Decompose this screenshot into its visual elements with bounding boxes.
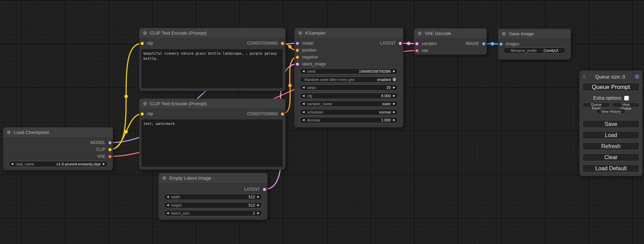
node-vae-decode[interactable]: VAE DecodesamplesvaeIMAGE <box>414 28 487 55</box>
widget-denoise[interactable]: ◀denoise1.000▶ <box>300 117 398 123</box>
output-label: LATENT <box>380 41 396 46</box>
output-label: MODEL <box>90 140 105 145</box>
widget-seed[interactable]: ◀seed156680208700286▶ <box>300 68 398 74</box>
save-button[interactable]: Save <box>582 120 639 128</box>
port-CONDITIONING-output[interactable] <box>281 112 284 116</box>
increment-arrow-icon[interactable]: ▶ <box>255 204 262 207</box>
port-positive-input[interactable] <box>296 49 299 52</box>
widget-width[interactable]: ◀width512▶ <box>164 194 262 200</box>
link-midpoint-dot <box>491 42 494 46</box>
decrement-arrow-icon[interactable]: ◀ <box>164 196 171 198</box>
input-label: model <box>302 41 314 46</box>
queue-prompt-button[interactable]: Queue Prompt <box>582 83 639 91</box>
node-clip-encode-positive[interactable]: CLIP Text Encode (Prompt)clipCONDITIONIN… <box>139 28 285 91</box>
port-clip-input[interactable] <box>141 112 144 116</box>
widget-filename-prefix[interactable]: filename_prefixComfyUI <box>503 47 566 54</box>
node-title: CLIP Text Encode (Prompt) <box>150 30 207 36</box>
widget-height[interactable]: ◀height512▶ <box>164 202 262 208</box>
decrement-arrow-icon[interactable]: ◀ <box>300 111 307 114</box>
widget-ckpt-name[interactable]: ◀ckpt_namev1-5-pruned-emaonly.ckpt▶ <box>8 161 108 167</box>
decrement-arrow-icon[interactable]: ◀ <box>9 163 16 165</box>
port-clip-input[interactable] <box>141 42 144 45</box>
widget-cfg[interactable]: ◀cfg8.000▶ <box>300 93 398 99</box>
view-history-button[interactable]: View History <box>596 109 625 114</box>
widget-steps[interactable]: ◀steps20▶ <box>300 84 398 91</box>
drag-handle-icon[interactable]: ⠿ <box>582 75 586 79</box>
widget-label: cfg <box>307 94 312 98</box>
increment-arrow-icon[interactable]: ▶ <box>391 102 398 105</box>
node-title: CLIP Text Encode (Prompt) <box>150 101 207 106</box>
port-latent_image-input[interactable] <box>296 63 299 66</box>
increment-arrow-icon[interactable]: ▶ <box>100 163 107 165</box>
load-button[interactable]: Load <box>582 131 639 139</box>
decrement-arrow-icon[interactable]: ◀ <box>300 119 307 121</box>
port-CONDITIONING-output[interactable] <box>281 42 284 45</box>
increment-arrow-icon[interactable]: ▶ <box>391 111 398 114</box>
increment-arrow-icon[interactable]: ▶ <box>391 86 398 89</box>
extra-options-checkbox[interactable] <box>624 96 629 100</box>
increment-arrow-icon[interactable]: ▶ <box>391 94 398 97</box>
widget-scheduler[interactable]: ◀schedulernormal▶ <box>300 109 398 115</box>
clear-button[interactable]: Clear <box>582 153 639 161</box>
prompt-textarea[interactable]: text, watermark <box>141 119 283 167</box>
queue-panel-header: ⠿ Queue size: 0 ⚙ <box>582 74 639 80</box>
widget-label: width <box>171 195 180 199</box>
input-label: images <box>506 42 519 46</box>
widget-Random seed after every gen[interactable]: Random seed after every genenabled <box>300 76 398 83</box>
decrement-arrow-icon[interactable]: ◀ <box>300 70 307 73</box>
output-label: CONDITIONING <box>247 111 278 116</box>
load-default-button[interactable]: Load Default <box>582 164 639 172</box>
node-collapse-dot-icon[interactable] <box>7 130 11 134</box>
refresh-button[interactable]: Refresh <box>582 142 639 150</box>
decrement-arrow-icon[interactable]: ◀ <box>300 86 307 89</box>
widget-label: Random seed after every gen <box>305 78 355 82</box>
node-collapse-dot-icon[interactable] <box>418 31 422 35</box>
port-samples-input[interactable] <box>415 42 418 45</box>
increment-arrow-icon[interactable]: ▶ <box>255 212 262 215</box>
node-save-image[interactable]: Save Imageimagesfilename_prefixComfyUI <box>498 29 571 60</box>
widget-value: 512 <box>248 195 255 199</box>
node-collapse-dot-icon[interactable] <box>502 32 506 36</box>
output-slot-IMAGE: IMAGE <box>466 40 485 47</box>
node-clip-encode-negative[interactable]: CLIP Text Encode (Prompt)clipCONDITIONIN… <box>139 99 285 170</box>
node-collapse-dot-icon[interactable] <box>298 31 302 35</box>
port-VAE-output[interactable] <box>108 155 112 158</box>
node-collapse-dot-icon[interactable] <box>143 31 147 35</box>
node-load-checkpoint[interactable]: Load CheckpointMODELCLIPVAE◀ckpt_namev1-… <box>3 127 113 170</box>
toggle-dot-icon[interactable] <box>392 78 396 81</box>
port-IMAGE-output[interactable] <box>482 42 485 45</box>
port-MODEL-output[interactable] <box>108 141 112 144</box>
node-empty-latent-image[interactable]: Empty Latent ImageLATENT◀width512▶◀heigh… <box>159 173 267 220</box>
prompt-textarea[interactable]: beautiful scenery nature glass bottle la… <box>141 49 283 88</box>
increment-arrow-icon[interactable]: ▶ <box>255 196 262 198</box>
view-queue-button[interactable]: View Queue <box>612 102 639 107</box>
output-label: IMAGE <box>466 41 479 46</box>
increment-arrow-icon[interactable]: ▶ <box>391 70 398 73</box>
port-images-input[interactable] <box>500 43 503 46</box>
decrement-arrow-icon[interactable]: ◀ <box>300 102 307 105</box>
decrement-arrow-icon[interactable]: ◀ <box>164 204 171 207</box>
node-ksampler[interactable]: KSamplermodelpositivenegativelatent_imag… <box>294 28 403 127</box>
decrement-arrow-icon[interactable]: ◀ <box>164 212 171 215</box>
widget-sampler-name[interactable]: ◀sampler_nameeuler▶ <box>300 101 398 107</box>
port-vae-input[interactable] <box>415 49 418 52</box>
port-CLIP-output[interactable] <box>108 148 112 151</box>
input-slot-negative: negative <box>296 54 318 60</box>
settings-gear-icon[interactable]: ⚙ <box>635 74 639 80</box>
port-negative-input[interactable] <box>296 56 299 59</box>
output-slot-LATENT: LATENT <box>244 186 266 192</box>
widget-batch-size[interactable]: ◀batch_size1▶ <box>164 210 262 216</box>
increment-arrow-icon[interactable]: ▶ <box>391 119 398 121</box>
node-collapse-dot-icon[interactable] <box>143 102 147 106</box>
port-LATENT-output[interactable] <box>263 188 266 191</box>
queue-front-button[interactable]: Queue Front <box>582 102 610 107</box>
widget-label: denoise <box>307 118 320 122</box>
output-slot-CONDITIONING: CONDITIONING <box>247 111 284 117</box>
port-model-input[interactable] <box>296 42 299 45</box>
widget-label: ckpt_name <box>16 162 34 166</box>
decrement-arrow-icon[interactable]: ◀ <box>300 94 307 97</box>
graph-canvas[interactable]: { "canvas": { "background": "#212121", "… <box>0 0 644 244</box>
widget-value: normal <box>379 110 391 114</box>
port-LATENT-output[interactable] <box>399 42 402 45</box>
node-collapse-dot-icon[interactable] <box>162 176 166 180</box>
